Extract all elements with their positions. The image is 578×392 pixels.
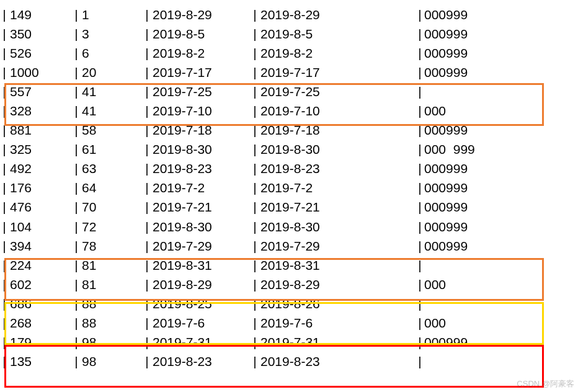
cell-c5: 000 [424,316,573,331]
column-separator: | [72,27,81,42]
cell-c1: 328 [9,104,72,118]
column-separator: | [251,258,259,273]
cell-c3: 2019-8-29 [151,277,251,292]
cell-c3: 2019-7-2 [151,180,251,195]
table-row: |881|58|2019-7-18|2019-7-18|000999 [0,121,578,140]
column-separator: | [72,84,81,99]
column-separator: | [72,239,81,254]
cell-c4: 2019-8-23 [259,161,416,176]
cell-c2: 20 [81,65,143,80]
column-separator: | [0,65,9,80]
column-separator: | [251,316,259,331]
table-row: |268|88|2019-7-6|2019-7-6|000 [0,314,578,333]
column-separator: | [416,258,424,273]
column-separator: | [143,180,151,195]
table-row: |602|81|2019-8-29|2019-8-29|000 [0,275,578,294]
column-separator: | [0,104,9,118]
cell-c5: 000999 [424,180,573,195]
cell-c1: 526 [9,46,72,61]
column-separator: | [251,239,259,254]
column-separator: | [72,335,81,350]
column-separator: | [251,84,259,99]
column-separator: | [416,65,424,80]
cell-c3: 2019-8-5 [151,27,251,42]
column-separator: | [143,27,151,42]
table-row: |476|70|2019-7-21|2019-7-21|000999 [0,198,578,217]
column-separator: | [416,161,424,176]
cell-c3: 2019-8-29 [151,7,251,22]
cell-c2: 70 [81,200,143,215]
table-row: |394|78|2019-7-29|2019-7-29|000999 [0,236,578,256]
column-separator: | [0,220,9,234]
cell-c4: 2019-7-6 [259,316,416,331]
cell-c5: 000999 [424,239,573,254]
cell-c1: 104 [9,220,72,234]
column-separator: | [72,65,81,80]
column-separator: | [143,220,151,234]
column-separator: | [143,7,151,22]
table-row: |104|72|2019-8-30|2019-8-30|000999 [0,217,578,236]
column-separator: | [416,296,424,311]
watermark-text: CSDN @阿豪客 [517,378,574,390]
column-separator: | [416,84,424,99]
cell-c1: 325 [9,142,72,157]
column-separator: | [0,277,9,292]
table-row: |328|41|2019-7-10|2019-7-10|000 [0,101,578,120]
column-separator: | [0,123,9,138]
cell-c2: 41 [81,104,143,118]
cell-c1: 224 [9,258,72,273]
cell-c3: 2019-7-17 [151,65,251,80]
cell-c1: 394 [9,239,72,254]
cell-c1: 686 [9,296,72,311]
column-separator: | [72,296,81,311]
column-separator: | [143,84,151,99]
cell-c2: 81 [81,277,143,292]
cell-c4: 2019-8-31 [259,258,416,273]
column-separator: | [0,200,9,215]
column-separator: | [416,123,424,138]
column-separator: | [251,104,259,118]
column-separator: | [251,220,259,234]
column-separator: | [251,65,259,80]
table-row: |492|63|2019-8-23|2019-8-23|000999 [0,159,578,179]
cell-c3: 2019-7-21 [151,200,251,215]
cell-c1: 350 [9,27,72,42]
column-separator: | [143,335,151,350]
column-separator: | [72,7,81,22]
column-separator: | [72,104,81,118]
cell-c2: 58 [81,123,143,138]
column-separator: | [416,180,424,195]
cell-c1: 268 [9,316,72,331]
column-separator: | [416,104,424,118]
cell-c5: 000 [424,277,573,292]
column-separator: | [0,7,9,22]
column-separator: | [72,220,81,234]
column-separator: | [143,142,151,157]
cell-c3: 2019-8-31 [151,258,251,273]
column-separator: | [416,277,424,292]
column-separator: | [143,239,151,254]
table-row: |135|98|2019-8-23|2019-8-23| [0,352,578,372]
column-separator: | [143,258,151,273]
column-separator: | [72,258,81,273]
cell-c5: 000999 [424,220,573,234]
column-separator: | [143,316,151,331]
cell-c3: 2019-8-30 [151,142,251,157]
column-separator: | [0,296,9,311]
cell-c3: 2019-7-29 [151,239,251,254]
table-row: |179|98|2019-7-31|2019-7-31|000999 [0,333,578,352]
column-separator: | [143,123,151,138]
cell-c3: 2019-7-6 [151,316,251,331]
column-separator: | [143,200,151,215]
table-row: |176|64|2019-7-2|2019-7-2|000999 [0,179,578,198]
column-separator: | [416,46,424,61]
cell-c3: 2019-8-23 [151,354,251,369]
table-row: |1000|20|2019-7-17|2019-7-17|000999 [0,63,578,82]
cell-c3: 2019-8-23 [151,161,251,176]
cell-c3: 2019-8-25 [151,296,251,311]
column-separator: | [251,277,259,292]
cell-c2: 78 [81,239,143,254]
column-separator: | [251,27,259,42]
column-separator: | [0,354,9,369]
table-row: |557|41|2019-7-25|2019-7-25| [0,82,578,101]
